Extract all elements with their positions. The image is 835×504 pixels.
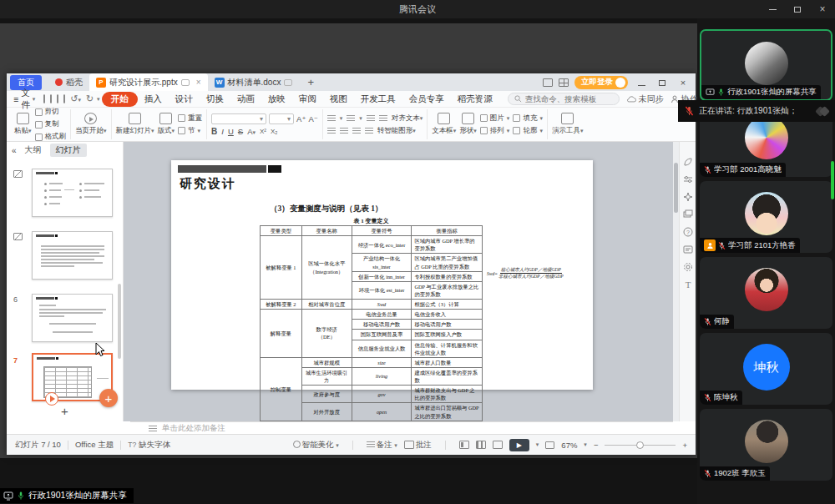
maximize-icon[interactable] xyxy=(785,0,810,18)
wps-close-icon[interactable]: × xyxy=(676,78,691,88)
copy-button[interactable]: 复制 xyxy=(35,119,67,129)
layout-button[interactable]: 版式▾ xyxy=(158,113,175,136)
zoom-in-icon[interactable]: + xyxy=(682,441,687,450)
print-icon[interactable] xyxy=(57,94,58,103)
help-icon[interactable]: ? xyxy=(683,227,693,237)
zoom-slider[interactable] xyxy=(605,445,676,446)
format-painter-button[interactable]: 格式刷 xyxy=(35,132,67,142)
menu-tab-10[interactable]: 稻壳资源 xyxy=(451,92,499,107)
notes-bar[interactable]: 单击此处添加备注 xyxy=(130,421,673,434)
smart-beautify-icon[interactable] xyxy=(683,192,693,202)
slide-thumbnail-4[interactable] xyxy=(32,169,113,217)
play-from-current-button[interactable]: 当页开始▾ xyxy=(75,113,107,136)
close-icon[interactable]: × xyxy=(810,0,835,18)
menu-tab-1[interactable]: 插入 xyxy=(138,92,169,107)
settings-icon[interactable] xyxy=(683,262,693,272)
panel-scrollbar[interactable] xyxy=(118,284,121,359)
fill-button[interactable]: 填充▾ xyxy=(513,113,543,123)
login-button[interactable]: 立即登录 xyxy=(574,76,628,89)
arrange-button[interactable]: 排列▾ xyxy=(480,126,510,136)
subscript-button[interactable]: X₂ xyxy=(271,128,277,135)
comments-button[interactable]: 批注 xyxy=(404,440,432,451)
file-menu[interactable]: ≡ 文件 ▾ xyxy=(13,88,35,111)
notes-tool-icon[interactable] xyxy=(683,244,693,255)
indent-decrease-icon[interactable] xyxy=(367,115,375,122)
strikethrough-button[interactable]: S xyxy=(238,127,243,136)
paste-button[interactable]: 粘贴▾ xyxy=(14,113,32,136)
menu-tab-3[interactable]: 切换 xyxy=(200,92,230,107)
wps-restore-icon[interactable] xyxy=(655,78,670,88)
undo-icon[interactable]: ↺▾ xyxy=(70,93,81,104)
slide-thumbnail-5[interactable] xyxy=(32,231,113,280)
slide-thumbnail-7-selected[interactable]: + xyxy=(32,353,113,401)
notes-button[interactable]: 备注 ▾ xyxy=(367,440,397,451)
new-slide-button[interactable]: 新建幻灯片▾ xyxy=(116,113,154,136)
participant-tile-3[interactable]: 何静 xyxy=(700,257,832,329)
menu-tab-9[interactable]: 会员专享 xyxy=(402,92,451,107)
reading-view-icon[interactable] xyxy=(493,441,503,449)
tab-slides[interactable]: 幻灯片 xyxy=(50,144,87,157)
participant-tile-4[interactable]: 坤秋陈坤秋 xyxy=(700,333,832,405)
cut-button[interactable]: 剪切 xyxy=(35,108,67,117)
shapes-button[interactable]: 形状▾ xyxy=(459,113,477,136)
normal-view-icon[interactable] xyxy=(459,441,469,449)
menu-tab-5[interactable]: 放映 xyxy=(261,92,292,107)
menu-tab-7[interactable]: 视图 xyxy=(323,92,354,107)
docer-tab[interactable]: 稻壳 xyxy=(48,73,89,91)
comment-bubble-icon[interactable] xyxy=(181,79,190,86)
fit-window-icon[interactable] xyxy=(545,441,554,449)
align-right-icon[interactable] xyxy=(352,128,361,134)
missing-font-button[interactable]: 缺失字体 xyxy=(139,440,170,451)
number-list-icon[interactable] xyxy=(347,115,355,122)
export-icon[interactable] xyxy=(50,94,52,103)
menu-tab-4[interactable]: 动画 xyxy=(230,92,261,107)
sidebar-scrollbar[interactable] xyxy=(831,161,834,199)
properties-icon[interactable] xyxy=(683,174,693,184)
redo-icon[interactable]: ↻ xyxy=(86,93,94,104)
slide-thumbnail-6[interactable] xyxy=(32,294,113,342)
participant-tile-0[interactable]: 行政1901张灿的屏幕共享 xyxy=(700,29,832,101)
command-search[interactable] xyxy=(508,93,620,105)
sync-status[interactable]: 未同步 xyxy=(626,93,664,105)
picture-button[interactable]: 图片▾ xyxy=(480,113,510,123)
zoom-level[interactable]: 67% xyxy=(561,441,577,450)
docer-assistant-icon[interactable] xyxy=(683,157,693,167)
zoom-out-icon[interactable]: − xyxy=(594,441,599,450)
zoom-slider-knob[interactable] xyxy=(636,441,644,449)
preview-icon[interactable] xyxy=(63,94,65,103)
slide-page[interactable]: 研究设计 （3）变量测度与说明（见表 1） 表 1 变量定义 变量类型变量名称变… xyxy=(171,160,593,390)
align-text-button[interactable]: 对齐文本▾ xyxy=(392,113,423,123)
workspace-mode-icon[interactable] xyxy=(543,78,553,87)
text-tool-icon[interactable]: T xyxy=(683,280,693,290)
doc-tab-docx[interactable]: W 材料清单.docx xyxy=(208,73,300,91)
underline-button[interactable]: U xyxy=(228,127,234,136)
slide-sorter-view-icon[interactable] xyxy=(476,441,486,449)
slideshow-play-button[interactable]: ▶ xyxy=(509,439,529,451)
participant-tile-5[interactable]: 1902班 李欣玉 xyxy=(700,409,832,481)
slideshow-panel-icon[interactable] xyxy=(683,209,693,219)
canvas-scrollbar[interactable] xyxy=(673,142,679,421)
indent-increase-icon[interactable] xyxy=(379,115,387,122)
slide-title[interactable]: 研究设计 xyxy=(180,176,236,192)
bold-button[interactable]: B xyxy=(211,127,217,136)
bullet-list-icon[interactable] xyxy=(327,115,336,122)
menu-tab-6[interactable]: 审阅 xyxy=(292,92,323,107)
menu-tab-2[interactable]: 设计 xyxy=(169,92,200,107)
panel-collapse-icon[interactable]: « xyxy=(12,146,17,155)
font-name-select[interactable]: ▾ xyxy=(211,113,266,124)
new-document-tab-button[interactable]: + xyxy=(307,76,314,88)
minimize-icon[interactable] xyxy=(760,0,785,18)
theme-indicator[interactable]: Office 主题 xyxy=(75,440,114,451)
slide-subtitle[interactable]: （3）变量测度与说明（见表 1） xyxy=(270,204,382,214)
to-smart-graphic-button[interactable]: 转智能图形▾ xyxy=(377,126,416,136)
participant-tile-2[interactable]: 学习部 2101方艳香 xyxy=(700,181,832,253)
align-center-icon[interactable] xyxy=(340,128,348,134)
font-color-button[interactable]: A▾ xyxy=(247,127,256,136)
increase-font-icon[interactable]: A⁺ xyxy=(296,113,306,124)
wps-minimize-icon[interactable] xyxy=(634,78,649,88)
italic-button[interactable]: I xyxy=(221,127,224,136)
search-input[interactable] xyxy=(525,94,613,103)
tab-outline[interactable]: 大纲 xyxy=(25,144,42,156)
close-doc-icon[interactable]: × xyxy=(196,78,201,87)
slide-canvas[interactable]: 研究设计 （3）变量测度与说明（见表 1） 表 1 变量定义 变量类型变量名称变… xyxy=(124,142,673,421)
